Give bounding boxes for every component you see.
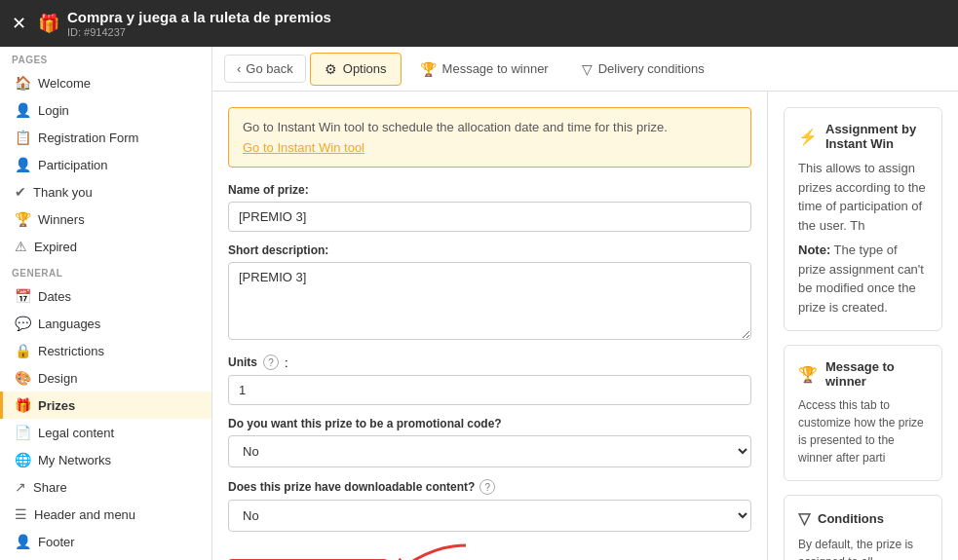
home-icon: 🏠 (15, 75, 31, 91)
assignment-note: Note: The type of prize assignment can't… (798, 241, 928, 317)
note-label: Note: (798, 243, 830, 257)
arrow-annotation (378, 536, 476, 560)
share-icon: ↗ (15, 479, 26, 495)
units-input[interactable] (228, 375, 751, 405)
sidebar-item-label: Languages (38, 317, 100, 331)
trophy-icon: 🏆 (15, 211, 31, 227)
sidebar-item-expired[interactable]: ⚠ Expired (0, 233, 211, 260)
topbar-title: Compra y juega a la ruleta de premios (67, 9, 331, 25)
notice-text: Go to Instant Win tool to schedule the a… (243, 120, 668, 134)
go-back-button[interactable]: ‹ Go back (224, 55, 306, 83)
download-help-icon[interactable]: ? (479, 479, 495, 495)
desc-input[interactable]: [PREMIO 3] (228, 262, 751, 340)
topbar-icon: 🎁 (38, 13, 59, 34)
filter-tab-icon: ▽ (582, 61, 593, 77)
tab-options[interactable]: ⚙ Options (310, 53, 402, 86)
topbar: ✕ 🎁 Compra y juega a la ruleta de premio… (0, 0, 958, 47)
close-button[interactable]: ✕ (12, 13, 26, 34)
assignment-body: This allows to assign prizes according t… (798, 161, 926, 233)
chat-icon: 💬 (15, 316, 31, 331)
tab-options-label: Options (343, 61, 387, 76)
sidebar-item-footer[interactable]: 👤 Footer (0, 528, 211, 555)
topbar-title-group: Compra y juega a la ruleta de premios ID… (67, 9, 331, 38)
prize-icon: 🎁 (15, 397, 31, 413)
topbar-id: ID: #914237 (67, 26, 331, 38)
sidebar-item-label: My Networks (38, 453, 111, 467)
name-label: Name of prize: (228, 183, 751, 197)
sidebar-item-restrictions[interactable]: 🔒 Restrictions (0, 337, 211, 364)
sidebar-item-winners[interactable]: 🏆 Winners (0, 205, 211, 233)
units-colon: : (285, 355, 288, 370)
options-gear-icon: ⚙ (325, 61, 337, 77)
general-section-label: GENERAL (0, 260, 211, 282)
sidebar-item-label: Prizes (38, 398, 75, 413)
sidebar-item-label: Header and menu (34, 507, 135, 522)
sidebar-item-label: Welcome (38, 76, 91, 91)
download-select[interactable]: No Yes (228, 500, 751, 532)
sidebar-item-label: Registration Form (38, 131, 138, 145)
doc-icon: 📄 (15, 425, 31, 440)
tab-delivery-conditions[interactable]: ▽ Delivery conditions (567, 53, 719, 86)
message-title: 🏆 Message to winner (798, 359, 928, 389)
sidebar-item-welcome[interactable]: 🏠 Welcome (0, 69, 211, 96)
tools-section-label: TOOLS (0, 555, 211, 560)
units-help-icon[interactable]: ? (263, 355, 279, 370)
footer-icon: 👤 (15, 534, 31, 549)
sidebar-item-legal[interactable]: 📄 Legal content (0, 419, 211, 446)
calendar-icon: 📅 (15, 288, 31, 304)
assignment-title-text: Assignment by Instant Win (825, 122, 928, 151)
sidebar-item-label: Footer (38, 535, 75, 549)
sidebar-item-header[interactable]: ☰ Header and menu (0, 501, 211, 528)
assignment-icon: ⚡ (798, 128, 818, 146)
sidebar-item-label: Design (38, 371, 77, 386)
sidebar-item-participation[interactable]: 👤 Participation (0, 151, 211, 178)
sidebar-item-label: Restrictions (38, 344, 104, 358)
check-icon: ✔ (15, 184, 26, 200)
sidebar-item-languages[interactable]: 💬 Languages (0, 310, 211, 337)
sidebar-item-label: Dates (38, 289, 71, 304)
promo-label: Do you want this prize to be a promotion… (228, 417, 751, 430)
sidebar-item-prizes[interactable]: 🎁 Prizes (0, 392, 211, 419)
right-column: ⚡ Assignment by Instant Win This allows … (768, 92, 958, 560)
assignment-panel: ⚡ Assignment by Instant Win This allows … (784, 107, 942, 331)
design-icon: 🎨 (15, 370, 31, 386)
network-icon: 🌐 (15, 452, 31, 467)
assignment-text: This allows to assign prizes according t… (798, 159, 928, 235)
message-icon: 🏆 (798, 365, 818, 384)
sidebar-item-login[interactable]: 👤 Login (0, 96, 211, 124)
sidebar-item-thankyou[interactable]: ✔ Thank you (0, 178, 211, 205)
sidebar-item-dates[interactable]: 📅 Dates (0, 282, 211, 310)
conditions-title: ▽ Conditions (798, 509, 928, 528)
tab-message-label: Message to winner (442, 61, 549, 76)
lock-icon: 🔒 (15, 343, 31, 358)
sidebar-item-label: Expired (34, 240, 77, 254)
promo-select[interactable]: No Yes (228, 435, 751, 467)
conditions-text: By default, the prize is assigned to all… (798, 536, 928, 560)
tab-message-to-winner[interactable]: 🏆 Message to winner (405, 53, 563, 86)
sidebar-item-share[interactable]: ↗ Share (0, 473, 211, 501)
units-label: Units (228, 355, 257, 369)
sidebar-item-label: Participation (38, 158, 108, 172)
desc-label: Short description: (228, 243, 751, 257)
sidebar-item-networks[interactable]: 🌐 My Networks (0, 446, 211, 473)
tabbar: ‹ Go back ⚙ Options 🏆 Message to winner … (212, 47, 958, 92)
download-label-row: Does this prize have downloadable conten… (228, 479, 751, 495)
menu-icon: ☰ (15, 506, 27, 522)
tab-delivery-label: Delivery conditions (598, 61, 705, 76)
notice-box: Go to Instant Win tool to schedule the a… (228, 107, 751, 168)
content-area: ‹ Go back ⚙ Options 🏆 Message to winner … (212, 47, 958, 560)
sidebar-item-label: Winners (38, 212, 85, 227)
name-input[interactable] (228, 202, 751, 232)
message-title-text: Message to winner (825, 359, 928, 389)
warning-icon: ⚠ (15, 239, 27, 254)
conditions-icon: ▽ (798, 509, 810, 528)
message-text: Access this tab to customize how the pri… (798, 396, 928, 467)
sidebar: PAGES 🏠 Welcome 👤 Login 📋 Registration F… (0, 47, 212, 560)
instant-win-link[interactable]: Go to Instant Win tool (243, 140, 737, 155)
sidebar-item-design[interactable]: 🎨 Design (0, 364, 211, 392)
message-panel: 🏆 Message to winner Access this tab to c… (784, 345, 942, 481)
participation-icon: 👤 (15, 157, 31, 172)
user-icon: 👤 (15, 102, 31, 118)
sidebar-item-registration[interactable]: 📋 Registration Form (0, 124, 211, 151)
two-col-layout: Go to Instant Win tool to schedule the a… (212, 92, 958, 560)
